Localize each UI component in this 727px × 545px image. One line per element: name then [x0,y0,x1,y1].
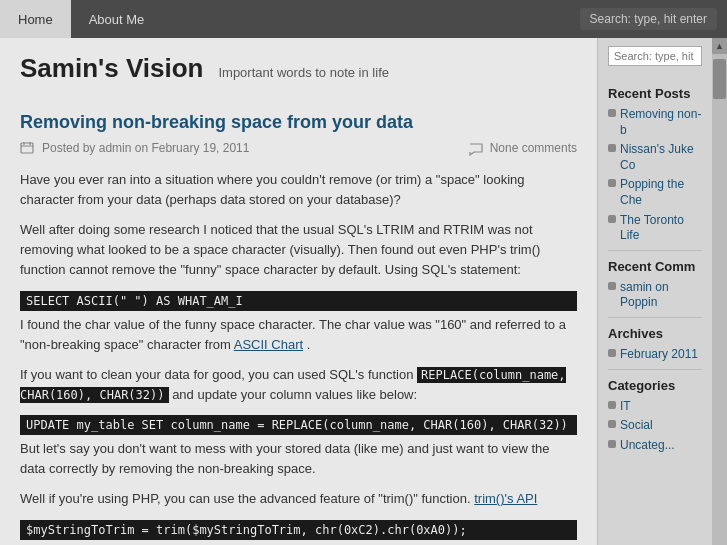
bullet-icon [608,401,616,409]
scroll-thumb[interactable] [713,59,726,99]
paragraph-2: Well after doing some research I noticed… [20,220,577,280]
bullet-icon [608,440,616,448]
archives-list: February 2011 [608,347,702,363]
recent-comments-list: samin on Poppin [608,280,702,311]
scrollbar: ▲ ▼ [712,38,727,545]
divider-1 [608,250,702,251]
recent-posts-title: Recent Posts [608,86,702,101]
recent-comments-title: Recent Comm [608,259,702,274]
scroll-up-button[interactable]: ▲ [712,38,727,54]
category-it[interactable]: IT [608,399,702,415]
post-icon [20,141,34,155]
bullet-icon [608,179,616,187]
tab-home[interactable]: Home [0,0,71,38]
bullet-icon [608,215,616,223]
categories-title: Categories [608,378,702,393]
archives-title: Archives [608,326,702,341]
search-hint-top: Search: type, hit enter [580,8,717,30]
bullet-icon [608,349,616,357]
recent-post-4[interactable]: The Toronto Life [608,213,702,244]
paragraph-1: Have you ever ran into a situation where… [20,170,577,210]
bullet-icon [608,420,616,428]
sidebar: Recent Posts Removing non-b Nissan's Juk… [597,38,712,545]
divider-3 [608,369,702,370]
paragraph-3: I found the char value of the funny spac… [20,315,577,355]
trim-api-link[interactable]: trim()'s API [474,491,537,506]
recent-posts-list: Removing non-b Nissan's Juke Co Popping … [608,107,702,244]
post-comments: None comments [490,141,577,155]
recent-comment-1[interactable]: samin on Poppin [608,280,702,311]
category-social[interactable]: Social [608,418,702,434]
site-header: Samin's Vision Important words to note i… [20,53,577,94]
ascii-chart-link[interactable]: ASCII Chart [234,337,303,352]
code-block-1: SELECT ASCII(" ") AS WHAT_AM_I [20,291,577,311]
paragraph-4: If you want to clean your data for good,… [20,365,577,405]
sidebar-search-input[interactable] [608,46,702,66]
categories-list: IT Social Uncateg... [608,399,702,454]
code-block-3: $myStringToTrim = trim($myStringToTrim, … [20,520,577,540]
recent-post-1[interactable]: Removing non-b [608,107,702,138]
comment-icon [469,141,489,155]
archive-feb2011[interactable]: February 2011 [608,347,702,363]
bullet-icon [608,109,616,117]
divider-2 [608,317,702,318]
svg-rect-0 [21,143,33,153]
post-meta: Posted by admin on February 19, 2011 Non… [20,141,577,156]
paragraph-5: But let's say you don't want to mess wit… [20,439,577,479]
top-nav: Home About Me Search: type, hit enter [0,0,727,38]
code-block-2: UPDATE my_table SET column_name = REPLAC… [20,415,577,435]
site-title: Samin's Vision [20,53,203,84]
main-content: Samin's Vision Important words to note i… [0,38,597,545]
category-uncategorized[interactable]: Uncateg... [608,438,702,454]
bullet-icon [608,282,616,290]
post-meta-text: Posted by admin on February 19, 2011 [42,141,249,155]
recent-post-2[interactable]: Nissan's Juke Co [608,142,702,173]
post-body: Have you ever ran into a situation where… [20,170,577,545]
paragraph-6: Well if you're using PHP, you can use th… [20,489,577,509]
post-title: Removing non-breaking space from your da… [20,112,577,133]
site-tagline: Important words to note in life [218,65,389,80]
comment-icon-wrap: None comments [469,141,577,156]
bullet-icon [608,144,616,152]
recent-post-3[interactable]: Popping the Che [608,177,702,208]
page-layout: Samin's Vision Important words to note i… [0,38,727,545]
tab-about-me[interactable]: About Me [71,0,163,38]
